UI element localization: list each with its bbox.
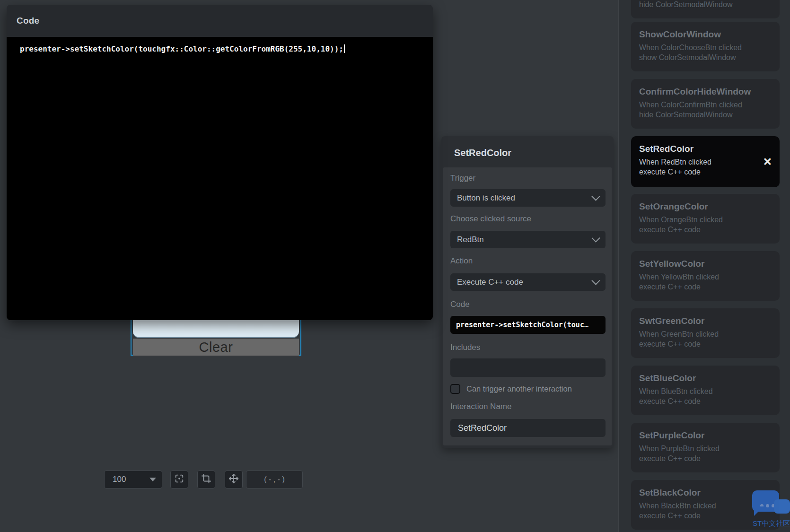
interaction-card-desc: When RedBtn clicked: [639, 158, 711, 166]
zoom-level-dropdown[interactable]: 100: [104, 471, 162, 488]
code-editor-title: Code: [17, 16, 39, 26]
trigger-dropdown-value: Button is clicked: [457, 193, 515, 203]
interaction-card[interactable]: SwtGreenColor When GreenBtn clicked exec…: [631, 308, 780, 358]
interaction-card-desc: execute C++ code: [639, 168, 701, 176]
clear-button-label: Clear: [199, 340, 233, 355]
close-icon[interactable]: ✕: [763, 157, 772, 167]
interaction-name-input[interactable]: [450, 419, 606, 437]
clicked-source-label: Choose clicked source: [450, 214, 531, 224]
code-value-field[interactable]: presenter->setSketchColor(touc…: [450, 316, 606, 334]
clear-button[interactable]: Clear: [133, 339, 299, 356]
code-label: Code: [450, 300, 470, 309]
trigger-dropdown[interactable]: Button is clicked: [450, 189, 606, 207]
move-arrows-icon: [228, 473, 239, 486]
action-label: Action: [450, 256, 473, 266]
code-editor-body[interactable]: presenter->setSketchColor(touchgfx::Colo…: [7, 37, 433, 320]
interaction-card[interactable]: ShowColorWindow When ColorChooseBtn clic…: [631, 22, 780, 71]
interaction-card-desc: execute C++ code: [639, 397, 701, 406]
interaction-card-desc: When ColorConfirmBtn clicked: [639, 101, 742, 109]
interaction-properties-panel: SetRedColor Trigger Button is clicked Ch…: [441, 136, 614, 448]
chevron-down-icon: [144, 471, 162, 488]
interaction-card[interactable]: SetYellowColor When YellowBtn clicked ex…: [631, 251, 780, 301]
action-dropdown-value: Execute C++ code: [457, 278, 523, 287]
includes-input[interactable]: [450, 358, 606, 377]
clicked-source-dropdown[interactable]: RedBtn: [450, 231, 606, 248]
interaction-card-desc: execute C++ code: [639, 283, 701, 291]
focus-target-icon: [174, 473, 184, 486]
interaction-card-title: SetPurpleColor: [639, 430, 704, 441]
interaction-card-desc: When ColorChooseBtn clicked: [639, 44, 742, 52]
interaction-card-desc: When BlueBtn clicked: [639, 387, 713, 396]
chevron-down-icon: [591, 234, 600, 242]
properties-panel-title: SetRedColor: [454, 148, 511, 158]
cursor-coordinates-value: ( - , - ): [264, 475, 285, 484]
can-trigger-checkbox[interactable]: [450, 384, 460, 394]
interaction-card[interactable]: SetOrangeColor When OrangeBtn clicked ex…: [631, 194, 780, 244]
properties-panel-body: Trigger Button is clicked Choose clicked…: [443, 167, 612, 445]
interaction-card[interactable]: ConfirmColorHideWindow When ColorConfirm…: [631, 79, 780, 129]
interaction-card-desc: When OrangeBtn clicked: [639, 216, 723, 224]
interaction-card-title: SetBlueColor: [639, 373, 696, 384]
can-trigger-label: Can trigger another interaction: [466, 384, 572, 393]
interaction-card-desc: When BlackBtn clicked: [639, 502, 716, 510]
interaction-card[interactable]: SetBlueColor When BlueBtn clicked execut…: [631, 366, 780, 415]
cursor-coordinates-field[interactable]: ( - , - ): [246, 471, 303, 488]
interaction-card-title: SwtGreenColor: [639, 316, 704, 326]
interaction-name-label: Interaction Name: [450, 402, 511, 411]
text-caret: [344, 44, 345, 53]
action-dropdown[interactable]: Execute C++ code: [450, 273, 606, 291]
includes-label: Includes: [450, 343, 480, 352]
interaction-card-desc: When GreenBtn clicked: [639, 330, 719, 339]
interaction-card-desc: execute C++ code: [639, 340, 701, 349]
community-watermark: ST中文社区: [749, 488, 790, 532]
crop-tool-button[interactable]: [197, 471, 215, 488]
interaction-card[interactable]: SetPurpleColor When PurpleBtn clicked ex…: [631, 423, 780, 472]
chevron-down-icon: [591, 192, 600, 201]
code-editor-header: Code: [7, 5, 433, 37]
interaction-card-desc: execute C++ code: [639, 226, 701, 234]
interaction-card-desc: execute C++ code: [639, 512, 701, 520]
interaction-card-desc: When YellowBtn clicked: [639, 273, 719, 281]
chat-bubble-small-icon: [774, 499, 790, 514]
watermark-text: ST中文社区: [753, 519, 790, 528]
interaction-card-title: SetRedColor: [639, 144, 693, 154]
interaction-card-title: SetYellowColor: [639, 259, 704, 269]
interaction-card-title: ConfirmColorHideWindow: [639, 87, 751, 97]
code-editor-panel: Code presenter->setSketchColor(touchgfx:…: [7, 5, 433, 320]
interaction-card-desc: execute C++ code: [639, 454, 701, 463]
code-editor-text[interactable]: presenter->setSketchColor(touchgfx::Colo…: [20, 44, 345, 53]
touchgfx-designer-window: Clear Code presenter->setSketchColor(tou…: [0, 0, 790, 532]
interactions-sidebar: hide ColorSetmodalWindow ShowColorWindow…: [618, 0, 790, 532]
interaction-card-title: ShowColorWindow: [639, 29, 721, 40]
crop-icon: [201, 473, 211, 486]
zoom-level-value: 100: [105, 475, 144, 484]
interaction-card-desc: hide ColorSetmodalWindow: [639, 0, 732, 9]
interaction-card-title: SetOrangeColor: [639, 201, 708, 212]
code-value-text: presenter->setSketchColor(touc…: [456, 321, 588, 329]
interaction-card-title: SetBlackColor: [639, 488, 701, 498]
can-trigger-row: Can trigger another interaction: [450, 383, 572, 394]
interaction-card-desc: show ColorSetmodalWindow: [639, 53, 736, 62]
trigger-label: Trigger: [450, 174, 475, 183]
pan-move-button[interactable]: [225, 471, 243, 488]
interaction-card-desc: hide ColorSetmodalWindow: [639, 111, 732, 119]
interaction-card-desc: When PurpleBtn clicked: [639, 445, 720, 453]
interaction-card[interactable]: hide ColorSetmodalWindow: [631, 0, 780, 18]
chevron-down-icon: [591, 276, 600, 285]
interaction-card-selected[interactable]: SetRedColor When RedBtn clicked execute …: [631, 136, 780, 187]
clicked-source-dropdown-value: RedBtn: [457, 235, 484, 244]
center-view-button[interactable]: [170, 471, 188, 488]
